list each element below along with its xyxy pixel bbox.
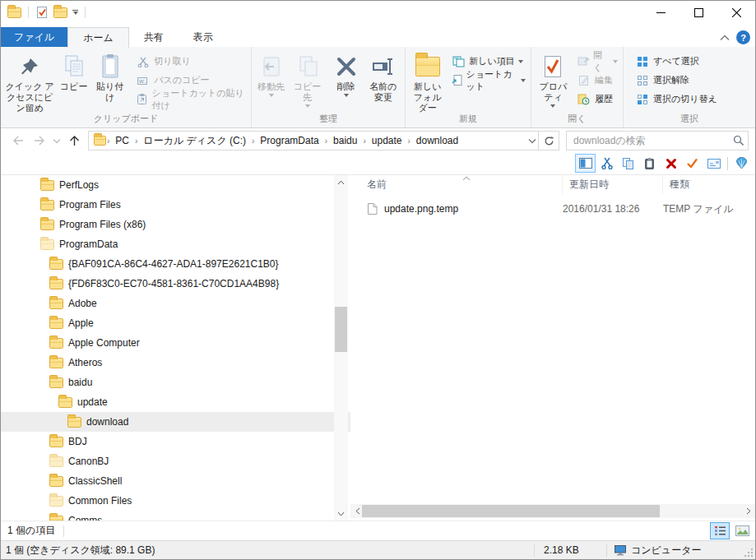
delete-button[interactable]: 削除 bbox=[329, 49, 363, 97]
thumbnail-view-button[interactable] bbox=[732, 522, 752, 539]
recent-locations-button[interactable] bbox=[50, 131, 63, 150]
maximize-button[interactable] bbox=[679, 1, 717, 24]
tree-item-program-files[interactable]: Program Files bbox=[1, 195, 350, 215]
tree-item-atheros[interactable]: Atheros bbox=[1, 353, 350, 373]
details-view-button[interactable] bbox=[710, 522, 730, 539]
new-folder-button[interactable]: 新しいフォルダー bbox=[407, 49, 448, 113]
search-box[interactable] bbox=[566, 131, 749, 150]
scrollbar-thumb[interactable] bbox=[362, 505, 660, 517]
tree-item-update[interactable]: update bbox=[1, 392, 350, 412]
pane-toggle-button[interactable] bbox=[575, 154, 596, 173]
edit-label: 編集 bbox=[595, 74, 613, 86]
folder-icon bbox=[40, 239, 54, 250]
rename-icon bbox=[371, 58, 396, 76]
select-none-button[interactable]: 選択解除 bbox=[632, 71, 721, 90]
folder-icon bbox=[49, 358, 63, 368]
toolbar-properties-button[interactable] bbox=[682, 154, 703, 173]
tree-item-comms[interactable]: Comms bbox=[1, 511, 350, 521]
close-button[interactable] bbox=[717, 1, 755, 24]
copy-to-button[interactable]: コピー先 bbox=[289, 49, 326, 108]
tab-file[interactable]: ファイル bbox=[1, 27, 67, 47]
resize-grip[interactable] bbox=[742, 546, 754, 558]
tree-item-perflogs[interactable]: PerfLogs bbox=[1, 175, 350, 195]
classic-shell-settings-button[interactable] bbox=[731, 154, 752, 173]
navigation-tree-pane: PerfLogs Program Files Program Files (x8… bbox=[1, 175, 350, 521]
scroll-up-arrow[interactable] bbox=[334, 175, 348, 189]
new-item-label: 新しい項目 bbox=[469, 55, 515, 67]
up-button[interactable] bbox=[63, 131, 85, 150]
tree-item-guid2[interactable]: {FD6F83C0-EC70-4581-8361-C70CD1AA4B98} bbox=[1, 274, 350, 294]
shortcut-button[interactable]: ショートカット bbox=[448, 71, 529, 90]
tree-item-classicshell[interactable]: ClassicShell bbox=[1, 471, 350, 491]
tree-item-adobe[interactable]: Adobe bbox=[1, 294, 350, 313]
pin-to-quick-access-button[interactable]: クイック アクセスにピン留め bbox=[2, 49, 57, 113]
tree-item-bdj[interactable]: BDJ bbox=[1, 432, 350, 451]
tree-item-programdata[interactable]: ProgramData bbox=[1, 234, 350, 254]
breadcrumb-item-drive[interactable]: ローカル ディスク (C:) bbox=[138, 132, 251, 150]
breadcrumb-item-update[interactable]: update bbox=[367, 132, 407, 150]
tree-item-program-files-x86[interactable]: Program Files (x86) bbox=[1, 215, 350, 234]
paste-label: 貼り付け bbox=[93, 81, 127, 103]
forward-button[interactable] bbox=[29, 131, 50, 150]
tab-share[interactable]: 共有 bbox=[129, 27, 179, 47]
new-folder-icon bbox=[415, 57, 440, 76]
title-bar bbox=[1, 1, 755, 24]
scroll-down-arrow[interactable] bbox=[334, 507, 348, 521]
column-header-date[interactable]: 更新日時 bbox=[562, 175, 662, 194]
copy-to-icon bbox=[296, 55, 319, 78]
tab-home[interactable]: ホーム bbox=[67, 27, 129, 48]
select-all-button[interactable]: すべて選択 bbox=[632, 52, 721, 71]
history-button[interactable]: 履歴 bbox=[573, 90, 621, 109]
file-row[interactable]: update.png.temp 2016/01/31 18:26 TEMP ファ… bbox=[350, 199, 755, 219]
tree-vertical-scrollbar[interactable] bbox=[334, 175, 348, 521]
qat-properties-button[interactable] bbox=[35, 6, 49, 19]
horizontal-scrollbar[interactable] bbox=[350, 504, 755, 518]
select-none-icon bbox=[637, 75, 648, 86]
tree-item-apple[interactable]: Apple bbox=[1, 313, 350, 333]
magnifier-icon[interactable] bbox=[733, 135, 744, 146]
tab-view[interactable]: 表示 bbox=[179, 27, 228, 47]
tree-item-canonbj[interactable]: CanonBJ bbox=[1, 451, 350, 471]
tree-item-guid1[interactable]: {BAF091CA-86C4-4627-ADA1-897E2621C1B0} bbox=[1, 254, 350, 274]
paste-shortcut-button[interactable]: ショートカットの貼り付け bbox=[132, 90, 249, 109]
rename-button[interactable]: 名前の変更 bbox=[363, 49, 403, 103]
breadcrumb-item-baidu[interactable]: baidu bbox=[328, 132, 362, 150]
folder-icon bbox=[49, 299, 63, 309]
tree-item-download-selected[interactable]: download bbox=[1, 412, 350, 432]
help-button[interactable]: ? bbox=[736, 30, 750, 44]
tree-item-common-files[interactable]: Common Files bbox=[1, 491, 350, 511]
minimize-button[interactable] bbox=[642, 1, 679, 24]
edit-button[interactable]: 編集 bbox=[573, 71, 621, 90]
toolbar-cut-button[interactable] bbox=[596, 154, 617, 173]
scrollbar-thumb[interactable] bbox=[335, 307, 347, 352]
search-input[interactable] bbox=[573, 135, 733, 146]
back-button[interactable] bbox=[7, 131, 29, 150]
properties-button[interactable]: プロパティ bbox=[533, 49, 573, 108]
scroll-right-arrow[interactable] bbox=[741, 504, 755, 518]
toolbar-delete-button[interactable] bbox=[661, 154, 681, 173]
qat-customize-button[interactable] bbox=[72, 10, 78, 16]
move-to-button[interactable]: 移動先 bbox=[253, 49, 289, 97]
column-header-type[interactable]: 種類 bbox=[662, 175, 755, 194]
refresh-button[interactable] bbox=[539, 131, 559, 150]
address-bar[interactable]: › PC › ローカル ディスク (C:) › ProgramData › ba… bbox=[88, 131, 539, 150]
breadcrumb-item-download[interactable]: download bbox=[411, 132, 463, 150]
cut-button[interactable]: 切り取り bbox=[132, 52, 249, 71]
toolbar-email-button[interactable] bbox=[703, 154, 724, 173]
address-dropdown-chevron-icon[interactable] bbox=[528, 138, 536, 144]
select-none-label: 選択解除 bbox=[653, 74, 689, 86]
qat-new-folder-button[interactable] bbox=[53, 7, 67, 18]
breadcrumb-item-pc[interactable]: PC bbox=[110, 132, 134, 150]
toolbar-paste-button[interactable] bbox=[639, 154, 660, 173]
breadcrumb-item-programdata[interactable]: ProgramData bbox=[255, 132, 323, 150]
invert-selection-button[interactable]: 選択の切り替え bbox=[632, 90, 721, 109]
minimize-ribbon-chevron-icon[interactable] bbox=[720, 35, 730, 41]
tree-item-baidu[interactable]: baidu bbox=[1, 373, 350, 392]
thumbnail-view-icon bbox=[735, 525, 749, 536]
toolbar-copy-button[interactable] bbox=[618, 154, 638, 173]
open-button[interactable]: 開く bbox=[573, 52, 621, 71]
tree-item-apple-computer[interactable]: Apple Computer bbox=[1, 333, 350, 353]
copy-button[interactable]: コピー bbox=[57, 49, 90, 92]
paste-button[interactable]: 貼り付け bbox=[90, 49, 129, 103]
column-headers: 名前 更新日時 種類 bbox=[350, 175, 755, 194]
